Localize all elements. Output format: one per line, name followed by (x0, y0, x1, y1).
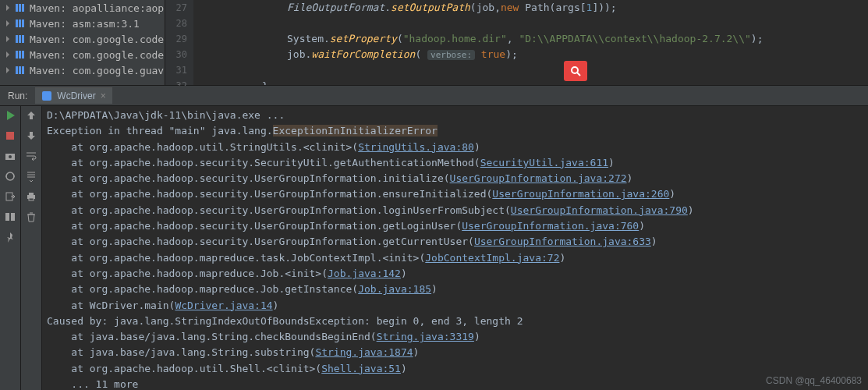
svg-rect-28 (29, 193, 34, 195)
tree-label: Maven: aopalliance:aopalliance (30, 2, 165, 14)
line-no: 28 (165, 16, 187, 31)
layout-icon[interactable] (4, 211, 16, 223)
svg-point-21 (6, 172, 14, 180)
svg-rect-9 (16, 51, 18, 58)
svg-rect-5 (22, 20, 24, 27)
search-icon[interactable] (564, 61, 587, 81)
code-line: FileOutputFormat.setOutputPath(job,new P… (193, 0, 868, 16)
svg-point-20 (9, 155, 12, 158)
project-tree[interactable]: Maven: aopalliance:aopalliance Maven: as… (0, 0, 165, 85)
svg-rect-2 (22, 4, 24, 12)
library-icon (14, 64, 27, 76)
trash-icon[interactable] (25, 211, 37, 223)
svg-rect-29 (29, 198, 34, 200)
tree-label: Maven: com.google.code.gs (30, 49, 165, 61)
line-no: 31 (165, 62, 187, 78)
editor[interactable]: FileOutputFormat.setOutputPath(job,new P… (193, 0, 868, 85)
tree-item[interactable]: Maven: com.google.code.gs (0, 47, 165, 62)
run-tab[interactable]: WcDriver × (35, 87, 112, 104)
run-label: Run: (0, 90, 35, 101)
pin-icon[interactable] (4, 231, 16, 243)
tree-item[interactable]: Maven: aopalliance:aopalliance (0, 0, 165, 16)
chevron-right-icon (3, 3, 12, 12)
play-icon[interactable] (4, 109, 16, 122)
line-no: 30 (165, 47, 187, 62)
library-icon (14, 33, 27, 45)
library-icon (14, 2, 27, 14)
scroll-icon[interactable] (25, 170, 37, 183)
run-toolbar-left (0, 106, 21, 390)
tree-label: Maven: com.google.code.fil (30, 34, 165, 45)
svg-rect-7 (19, 35, 21, 43)
up-icon[interactable] (25, 109, 37, 122)
app-icon (41, 90, 52, 101)
svg-line-16 (577, 73, 580, 76)
run-toolbar-right (21, 106, 42, 390)
svg-rect-26 (11, 213, 15, 221)
run-tab-label: WcDriver (57, 90, 95, 101)
wrap-icon[interactable] (25, 150, 37, 162)
svg-rect-0 (16, 4, 18, 12)
camera-icon[interactable] (4, 150, 16, 162)
down-icon[interactable] (25, 129, 37, 142)
svg-rect-12 (16, 66, 18, 74)
print-icon[interactable] (25, 190, 37, 203)
tree-item[interactable]: Maven: com.google.guava:g (0, 62, 165, 78)
svg-rect-1 (19, 4, 21, 12)
svg-rect-6 (16, 35, 18, 43)
library-icon (14, 17, 27, 30)
svg-rect-8 (22, 35, 24, 43)
line-no: 29 (165, 31, 187, 47)
tree-label: Maven: asm:asm:3.1 (30, 18, 140, 30)
library-icon (14, 48, 27, 61)
svg-rect-3 (16, 20, 18, 27)
exit-icon[interactable] (4, 190, 16, 203)
code-line: job.waitForCompletion( verbose: true); (193, 47, 868, 63)
close-icon[interactable]: × (101, 90, 106, 101)
svg-rect-18 (6, 132, 14, 140)
chevron-right-icon (3, 50, 12, 59)
stop-icon[interactable] (4, 129, 16, 142)
chevron-right-icon (3, 19, 12, 28)
svg-rect-10 (19, 51, 21, 58)
chevron-right-icon (3, 66, 12, 75)
svg-point-15 (572, 67, 578, 73)
line-no: 27 (165, 0, 187, 16)
console-output[interactable]: D:\APPDATA\Java\jdk-11\bin\java.exe ...E… (42, 106, 868, 390)
svg-rect-4 (19, 20, 21, 27)
line-gutter: 27 28 29 30 31 32 (165, 0, 193, 85)
watermark: CSDN @qq_46400683 (766, 375, 862, 386)
tree-item[interactable]: Maven: com.google.code.fil (0, 31, 165, 47)
debug-icon[interactable] (4, 170, 16, 183)
run-header: Run: WcDriver × (0, 86, 868, 106)
svg-rect-17 (42, 91, 51, 101)
svg-rect-25 (5, 213, 9, 221)
code-line: } (193, 79, 868, 85)
chevron-right-icon (3, 34, 12, 44)
svg-rect-14 (22, 66, 24, 74)
code-line: System.setProperty("hadoop.home.dir", "D… (193, 31, 868, 47)
svg-rect-13 (19, 66, 21, 74)
tree-label: Maven: com.google.guava:g (30, 65, 165, 76)
svg-rect-11 (22, 51, 24, 58)
tree-item[interactable]: Maven: asm:asm:3.1 (0, 16, 165, 31)
